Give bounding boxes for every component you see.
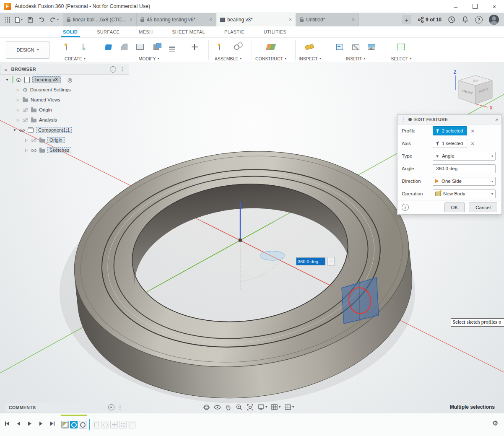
grid-snaps-button[interactable]: ▾	[270, 402, 281, 412]
dialog-grip-icon[interactable]: ⋮	[401, 117, 406, 122]
modify-group-label[interactable]: MODIFY▾	[101, 56, 197, 61]
clear-selection-icon[interactable]: ×	[471, 128, 474, 134]
comments-bar[interactable]: COMMENTS + ⋮	[5, 403, 127, 412]
root-item-label[interactable]: bearing v3	[32, 76, 61, 83]
expand-triangle-icon[interactable]: ▷	[16, 88, 20, 92]
tab-surface[interactable]: SURFACE	[96, 26, 120, 37]
redo-button[interactable]: ▾	[49, 17, 59, 23]
timeline-suppressed-feature[interactable]	[101, 421, 109, 428]
tab-close-icon[interactable]: ×	[352, 17, 355, 23]
step-back-button[interactable]	[15, 420, 22, 427]
visibility-eye-icon[interactable]	[19, 127, 25, 133]
insert-derive-button[interactable]	[332, 40, 347, 54]
timeline-suppressed-feature[interactable]	[110, 421, 118, 428]
browser-item-label[interactable]: Sketches	[47, 147, 71, 153]
browser-row-component-origin[interactable]: ▷ Origin	[0, 135, 129, 145]
select-group-label[interactable]: SELECT▾	[383, 56, 419, 61]
go-to-start-button[interactable]	[3, 420, 11, 427]
expand-triangle-icon[interactable]: ▷	[16, 118, 20, 122]
tab-solid[interactable]: SOLID	[62, 26, 78, 37]
expand-triangle-icon[interactable]: ▷	[16, 98, 20, 102]
play-button[interactable]	[26, 420, 34, 427]
file-menu-button[interactable]: ▾	[15, 17, 23, 23]
browser-root-row[interactable]: ▼ bearing v3 ◎	[0, 75, 129, 85]
direction-dropdown[interactable]: One Side ▾	[433, 177, 496, 186]
select-button[interactable]	[393, 40, 408, 54]
create-solid-button[interactable]: ★	[59, 40, 74, 54]
workspace-selector[interactable]: DESIGN ▾	[6, 41, 49, 59]
tab-sheet-metal[interactable]: SHEET METAL	[171, 26, 206, 37]
construct-plane-button[interactable]	[263, 40, 278, 54]
browser-row-sketches[interactable]: ▷ Sketches	[0, 145, 129, 155]
measure-button[interactable]	[302, 40, 317, 54]
app-launcher-icon[interactable]	[4, 17, 10, 23]
history-clock-icon[interactable]	[448, 16, 455, 23]
close-button[interactable]: ×	[485, 0, 504, 13]
timeline-revolve-feature-selected[interactable]	[70, 421, 78, 428]
offset-face-button[interactable]	[164, 40, 179, 54]
notifications-bell-icon[interactable]	[462, 16, 469, 23]
activate-radio-icon[interactable]: ◎	[68, 77, 72, 83]
axis-selection-button[interactable]: 1 selected	[433, 139, 467, 148]
expand-triangle-icon[interactable]: ▼	[5, 78, 9, 82]
expand-comments-button[interactable]: +	[108, 404, 114, 410]
ok-button[interactable]: OK	[444, 202, 465, 212]
joint-button[interactable]	[229, 40, 244, 54]
fit-button[interactable]	[246, 402, 255, 412]
browser-item-label[interactable]: Origin	[39, 107, 52, 112]
viewports-button[interactable]: ▾	[283, 402, 295, 412]
browser-row-named-views[interactable]: ▷ Named Views	[0, 95, 129, 105]
pan-button[interactable]	[224, 402, 233, 412]
browser-row-document-settings[interactable]: ▷ ⚙ Document Settings	[0, 85, 129, 95]
browser-item-label[interactable]: Named Views	[31, 97, 60, 102]
document-tab[interactable]: linear ball ...5x8 (CTC) v2 ×	[63, 13, 137, 26]
document-tab[interactable]: Untitled* ×	[296, 13, 359, 26]
new-component-button[interactable]: ★	[212, 40, 227, 54]
document-tab[interactable]: 45 bearing testing v6* ×	[137, 13, 216, 26]
comments-grip-icon[interactable]: ⋮	[118, 405, 123, 410]
fillet-button[interactable]	[117, 40, 132, 54]
shell-button[interactable]	[132, 40, 148, 54]
browser-row-analysis[interactable]: ▷ Analysis	[0, 115, 129, 125]
expand-triangle-icon[interactable]: ▼	[13, 128, 17, 132]
inspect-group-label[interactable]: INSPECT▾	[291, 56, 329, 61]
combine-button[interactable]	[148, 40, 164, 54]
go-to-end-button[interactable]	[49, 420, 56, 427]
help-button[interactable]: ?	[475, 16, 483, 23]
timeline-playhead[interactable]	[89, 419, 90, 430]
expand-dialog-icon[interactable]: »	[495, 117, 498, 122]
create-sketch-button[interactable]: +	[75, 40, 91, 54]
browser-row-origin[interactable]: ▷ Origin	[0, 105, 129, 115]
document-tab-active[interactable]: bearing v3* ×	[216, 13, 296, 26]
timeline-sketch-feature[interactable]	[61, 421, 69, 428]
minimize-button[interactable]: –	[446, 0, 465, 13]
timeline-settings-gear-icon[interactable]: ⚙	[492, 419, 498, 427]
browser-item-label[interactable]: Document Settings	[30, 87, 71, 92]
angle-value-input[interactable]: 360.0 deg	[296, 257, 325, 265]
info-icon[interactable]: i	[402, 204, 409, 211]
dialog-header[interactable]: ⋮ EDIT FEATURE »	[397, 115, 501, 125]
insert-group-label[interactable]: INSERT▾	[332, 56, 379, 61]
viewport[interactable]: Z TOP FRONT RIGHT X « BROWSER – ⋮ ▼ bear…	[0, 62, 504, 413]
browser-item-label[interactable]: Analysis	[39, 117, 57, 122]
collapse-panel-icon[interactable]: «	[4, 66, 8, 73]
tab-mesh[interactable]: MESH	[138, 26, 153, 37]
expand-triangle-icon[interactable]: ▷	[24, 148, 29, 152]
visibility-eye-off-icon[interactable]	[23, 107, 29, 113]
construct-group-label[interactable]: CONSTRUCT▾	[250, 56, 292, 61]
display-settings-button[interactable]: ▾	[257, 402, 268, 412]
view-cube[interactable]: Z TOP FRONT RIGHT X	[450, 67, 497, 112]
visibility-eye-icon[interactable]	[16, 77, 22, 83]
browser-row-component[interactable]: ▼ Component1:1	[0, 125, 129, 135]
new-document-button[interactable]: +	[402, 15, 411, 24]
visibility-eye-icon[interactable]	[31, 148, 37, 153]
tab-close-icon[interactable]: ×	[289, 17, 292, 23]
visibility-eye-off-icon[interactable]	[23, 117, 29, 123]
save-button[interactable]	[27, 17, 34, 23]
timeline-suppressed-feature[interactable]	[119, 421, 127, 428]
timeline-suppressed-feature[interactable]	[128, 421, 135, 428]
profile-selection-button[interactable]: 2 selected	[433, 126, 467, 135]
undo-button[interactable]	[38, 17, 45, 23]
press-pull-button[interactable]	[101, 40, 116, 54]
type-dropdown[interactable]: ▼ Angle ▾	[433, 152, 496, 161]
